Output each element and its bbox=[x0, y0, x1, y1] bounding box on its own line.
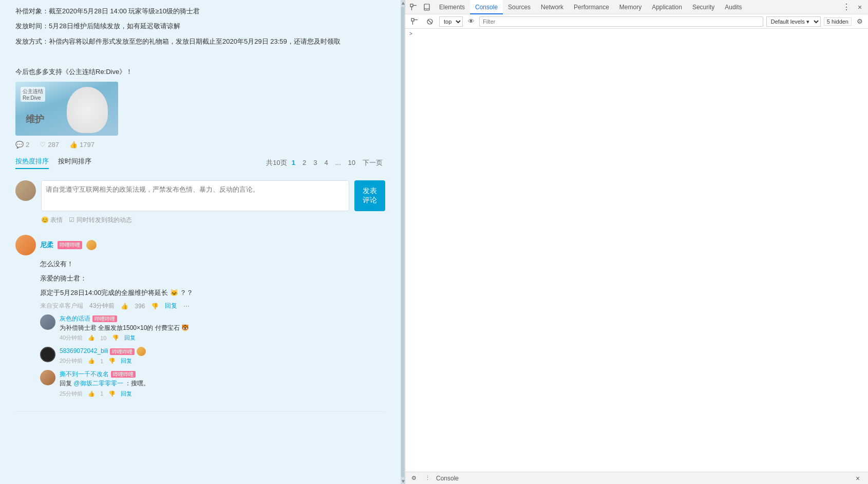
console-bottom-close[interactable]: × bbox=[852, 472, 864, 485]
console-eye-btn[interactable]: 👁 bbox=[466, 16, 476, 27]
sub-comment-item: 灰色的话语 哔哩哔哩 为补偿骑士君 全服发放1500×10的 付费宝石 🐯 40… bbox=[40, 314, 385, 342]
sub-avatar-1 bbox=[40, 314, 55, 330]
page-3[interactable]: 3 bbox=[311, 158, 319, 167]
tab-elements[interactable]: Elements bbox=[434, 0, 470, 14]
sort-hot-tab[interactable]: 按热度排序 bbox=[15, 157, 49, 169]
console-bottom-bar: ⚙ ⋮ Console × bbox=[405, 472, 868, 484]
devtools-settings-gear[interactable]: ⚙ bbox=[855, 16, 865, 27]
sub-likes-1: 10 bbox=[100, 335, 106, 341]
share-icon: 👍 bbox=[69, 141, 78, 148]
pagination: 共10页 1 2 3 4 ... 10 下一页 bbox=[266, 158, 385, 168]
sub-text-3: 回复 @御坂二零零零一 ：搜嘿。 bbox=[60, 379, 385, 388]
sub-badge-3: 哔哩哔哩 bbox=[111, 371, 136, 378]
sub-meta-1: 40分钟前 👍 10 👎 回复 bbox=[60, 334, 385, 342]
page-next[interactable]: 下一页 bbox=[360, 158, 385, 168]
sort-time-tab[interactable]: 按时间排序 bbox=[58, 157, 91, 169]
scroll-up-arrow[interactable]: ▲ bbox=[401, 0, 405, 6]
sub-reply-1[interactable]: 回复 bbox=[124, 334, 136, 342]
console-context-select[interactable]: top bbox=[439, 16, 463, 27]
devtools-close-btn[interactable]: × bbox=[854, 1, 866, 13]
tab-performance[interactable]: Performance bbox=[569, 0, 614, 14]
commenter-username[interactable]: 尼柔 bbox=[40, 240, 53, 250]
page-4[interactable]: 4 bbox=[322, 158, 330, 167]
svg-point-5 bbox=[426, 9, 427, 9]
sub-meta-2: 20分钟前 👍 1 👎 回复 bbox=[60, 357, 385, 365]
devtools-more-btn[interactable]: ⋮ bbox=[840, 1, 853, 13]
more-options-btn[interactable]: ⋯ bbox=[183, 303, 190, 310]
sub-thumb-up-1: 👍 bbox=[88, 334, 95, 341]
comment-item: 尼柔 哔哩哔哩 怎么没有！ 亲爱的骑士君： 原定于5月28日14:00完成的全服… bbox=[15, 235, 385, 412]
fan-icon-2 bbox=[137, 347, 146, 356]
sub-time-3: 25分钟前 bbox=[60, 390, 83, 398]
sort-tabs: 按热度排序 按时间排序 bbox=[15, 157, 91, 169]
console-level-select[interactable]: Default levels ▾ bbox=[766, 16, 821, 27]
sub-username-3[interactable]: 撕不到一千不改名 bbox=[60, 370, 109, 378]
post-line1: 补偿对象：截至2020年5月28日 14:00 玩家等级≥10级的骑士君 bbox=[15, 5, 385, 17]
emoji-label: 表情 bbox=[50, 216, 63, 224]
submit-comment-button[interactable]: 发表 评论 bbox=[354, 180, 385, 211]
sub-username-2[interactable]: 58369072042_bili bbox=[60, 348, 108, 355]
sub-thumb-down-1: 👎 bbox=[112, 334, 119, 341]
sub-likes-3: 1 bbox=[100, 390, 103, 397]
heart-icon: ♡ bbox=[40, 141, 46, 148]
scrollbar-separator: ▲ ▼ bbox=[401, 0, 405, 484]
reply-link[interactable]: 回复 bbox=[165, 302, 177, 310]
tab-sources[interactable]: Sources bbox=[503, 0, 536, 14]
devtools-panel: Elements Console Sources Network Perform… bbox=[405, 0, 868, 484]
post-promo: 今后也多多支持《公主连结Re:Dive》！ bbox=[15, 66, 385, 78]
console-bottom-dots[interactable]: ⋮ bbox=[423, 474, 432, 483]
tab-security[interactable]: Security bbox=[687, 0, 720, 14]
tiger-emoji: 🐯 bbox=[181, 324, 189, 331]
comment-input-box: 😊 表情 ☑ 同时转发到我的动态 bbox=[41, 180, 349, 225]
game-logo: 公主连结Re:Dive bbox=[21, 87, 45, 102]
console-clear-btn[interactable] bbox=[424, 15, 436, 28]
sub-username-1[interactable]: 灰色的话语 bbox=[60, 315, 90, 322]
post-line2: 发放时间：5月28日维护后陆续发放，如有延迟敬请谅解 bbox=[15, 20, 385, 32]
checkbox-icon: ☑ bbox=[69, 216, 74, 224]
svg-rect-6 bbox=[411, 18, 414, 21]
cat-emoji: 🐱 ？？ bbox=[170, 289, 194, 296]
emoji-btn[interactable]: 😊 表情 bbox=[41, 216, 63, 225]
comment-content-line3: 原定于5月28日14:00完成的全服维护将延长 🐱 ？？ bbox=[40, 287, 385, 299]
console-bottom-label: Console bbox=[436, 475, 459, 482]
tab-console[interactable]: Console bbox=[470, 0, 503, 14]
scroll-down-arrow[interactable]: ▼ bbox=[401, 478, 405, 484]
sub-time-2: 20分钟前 bbox=[60, 357, 83, 365]
console-bottom-settings[interactable]: ⚙ bbox=[409, 474, 419, 483]
share-action[interactable]: 👍 1797 bbox=[69, 141, 95, 148]
thumb-down-icon: 👎 bbox=[151, 303, 159, 310]
comment-likes: 396 bbox=[135, 303, 145, 310]
comment-input-area: 😊 表情 ☑ 同时转发到我的动态 发表 评论 bbox=[15, 180, 385, 225]
tab-application[interactable]: Application bbox=[647, 0, 687, 14]
inspect-element-btn[interactable] bbox=[407, 1, 420, 13]
console-settings-svg bbox=[411, 18, 418, 25]
comment-textarea[interactable] bbox=[41, 180, 349, 211]
maintenance-label: 维护 bbox=[26, 113, 44, 125]
hidden-messages-badge[interactable]: 5 hidden bbox=[824, 17, 852, 26]
page-1[interactable]: 1 bbox=[289, 158, 298, 167]
tab-memory[interactable]: Memory bbox=[614, 0, 647, 14]
page-10[interactable]: 10 bbox=[346, 158, 358, 167]
console-settings-icon[interactable] bbox=[408, 15, 421, 28]
page-2[interactable]: 2 bbox=[300, 158, 309, 167]
sub-comments: 灰色的话语 哔哩哔哩 为补偿骑士君 全服发放1500×10的 付费宝石 🐯 40… bbox=[40, 314, 385, 397]
device-icon bbox=[423, 4, 430, 11]
like-action[interactable]: ♡ 287 bbox=[40, 141, 59, 148]
tab-audits[interactable]: Audits bbox=[720, 0, 747, 14]
comment-action[interactable]: 💬 2 bbox=[15, 141, 29, 148]
sub-reply-2[interactable]: 回复 bbox=[121, 357, 132, 365]
sub-reply-3[interactable]: 回复 bbox=[121, 390, 132, 398]
tab-network[interactable]: Network bbox=[536, 0, 569, 14]
inspect-icon bbox=[410, 4, 417, 11]
comment-icon: 💬 bbox=[15, 141, 24, 148]
console-prompt-row: > bbox=[405, 29, 868, 38]
devtools-tabs: Elements Console Sources Network Perform… bbox=[434, 0, 839, 14]
device-toolbar-btn[interactable] bbox=[421, 1, 433, 13]
sync-checkbox[interactable]: ☑ 同时转发到我的动态 bbox=[69, 216, 131, 225]
reply-to-link[interactable]: @御坂二零零零一 bbox=[73, 380, 123, 387]
comment-time: 43分钟前 bbox=[89, 302, 115, 310]
console-filter-input[interactable] bbox=[479, 16, 763, 27]
emoji-icon: 😊 bbox=[41, 216, 49, 224]
sort-bar: 按热度排序 按时间排序 共10页 1 2 3 4 ... 10 下一页 bbox=[15, 157, 385, 173]
comment-source: 来自安卓客户端 bbox=[40, 302, 83, 310]
